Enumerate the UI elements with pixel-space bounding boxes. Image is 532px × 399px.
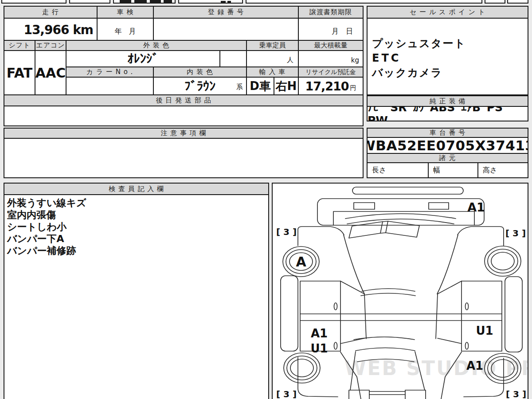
remnant-cell bbox=[178, 0, 243, 4]
car-top-view-schematic: WEB STUDIO PRO bbox=[273, 184, 528, 399]
front-left-fender bbox=[298, 227, 344, 246]
inspector-note-line: 外装うすい線キズ bbox=[7, 197, 266, 209]
exterior-color-header: 外 装 色 bbox=[66, 40, 247, 51]
windshield-left-pane bbox=[349, 222, 383, 238]
watermark-text: WEB STUDIO PRO bbox=[344, 357, 528, 379]
mark-front-bumper: A1 bbox=[467, 200, 485, 214]
left-sill bbox=[281, 276, 298, 351]
inspector-notes-content: 外装うすい線キズ 室内内張傷 シートしわ小 バンパー下A バンパー補修跡 bbox=[4, 194, 269, 399]
cutoff-text-fragment bbox=[150, 0, 161, 4]
left-front-door-handle bbox=[334, 303, 337, 310]
shaken-value: 年 月 bbox=[97, 18, 154, 41]
mileage-value: 13,966 km bbox=[4, 18, 98, 41]
capacity-value: 人 bbox=[246, 50, 299, 67]
mark-tire-front-right: [ 3 ] bbox=[505, 228, 526, 239]
equipment-value: ﾅﾋﾞ SR ｶﾜ ABS ｴｱB PS PW bbox=[367, 106, 528, 121]
later-parts-content bbox=[4, 106, 364, 126]
remnant-cell bbox=[485, 0, 505, 4]
right-sill bbox=[505, 277, 522, 352]
mark-right-quarter-panel: A1 bbox=[466, 359, 483, 372]
height-cell: 高さ bbox=[477, 162, 528, 178]
import-type-value: D車 bbox=[246, 77, 274, 95]
transfer-deadline-value: 月 日 bbox=[298, 18, 364, 41]
registration-value bbox=[153, 18, 299, 41]
cutoff-text-fragment bbox=[227, 1, 231, 3]
mark-right-rear-door: U1 bbox=[476, 324, 493, 337]
exterior-color-extra-cell bbox=[219, 50, 247, 67]
remnant-cell bbox=[1, 0, 66, 4]
recycle-deposit-header: リサイクル預託金 bbox=[298, 66, 364, 78]
color-no-value bbox=[66, 77, 154, 95]
inspector-notes-header: 検 査 員 記 入 欄 bbox=[4, 183, 269, 195]
interior-color-cell: ﾌﾞﾗｳﾝ 系 bbox=[153, 77, 247, 95]
steering-value: 右H bbox=[274, 77, 299, 95]
payload-header: 最大積載量 bbox=[298, 40, 364, 51]
registration-header: 登 録 番 号 bbox=[153, 6, 299, 19]
car-damage-diagram: WEB STUDIO PRO bbox=[272, 183, 528, 399]
front-right-fender bbox=[458, 227, 504, 246]
sales-point-item: バックカメラ bbox=[372, 66, 528, 80]
later-parts-header: 後 日 発 送 部 品 bbox=[4, 94, 364, 106]
caution-content bbox=[4, 138, 364, 178]
right-rear-door-handle bbox=[466, 342, 469, 349]
remnant-cell bbox=[69, 0, 110, 4]
inspector-note-line: 室内内張傷 bbox=[7, 209, 266, 221]
shift-value: FAT bbox=[4, 50, 35, 95]
mark-tire-rear-left: [ 3 ] bbox=[276, 389, 297, 399]
sales-point-item: ETC bbox=[372, 51, 528, 66]
rear-bumper-right bbox=[405, 390, 426, 399]
windshield-right-pane bbox=[386, 221, 419, 237]
front-right-wheel bbox=[485, 246, 521, 276]
recycle-deposit-cell: 17,210 円 bbox=[298, 77, 364, 95]
mark-tire-front-left: [ 3 ] bbox=[276, 227, 297, 237]
capacity-header: 乗車定員 bbox=[246, 40, 299, 51]
mark-front-left-wheel: A bbox=[296, 254, 306, 270]
recycle-deposit-value: 17,210 bbox=[305, 79, 348, 93]
sales-points-header: セ ー ル ス ポ イ ン ト bbox=[367, 6, 528, 19]
shift-header: シフト bbox=[4, 40, 35, 51]
cutoff-text-fragment bbox=[134, 0, 147, 4]
interior-color-value: ﾌﾞﾗｳﾝ bbox=[184, 79, 215, 94]
front-spoiler-strip bbox=[352, 187, 463, 194]
color-no-header: カ ラ ー N o . bbox=[66, 66, 154, 78]
mark-left-rear-door: U1 bbox=[310, 342, 328, 355]
width-cell: 幅 bbox=[428, 162, 478, 178]
length-cell: 長さ bbox=[367, 162, 429, 178]
right-doors bbox=[462, 281, 502, 351]
chassis-number: WBA52EE0705X37413 bbox=[367, 137, 528, 154]
mark-tire-rear-right: [ 3 ] bbox=[506, 389, 526, 399]
equipment-header: 純 正 装 備 bbox=[367, 95, 528, 107]
inspector-note-line: バンパー補修跡 bbox=[7, 245, 266, 257]
remnant-cell bbox=[246, 0, 482, 4]
left-rear-door-handle bbox=[334, 342, 337, 349]
cutoff-text-fragment bbox=[164, 0, 172, 4]
cutoff-text-fragment bbox=[120, 0, 131, 4]
aircon-value: AAC bbox=[35, 50, 66, 95]
front-bumper bbox=[317, 199, 484, 225]
mark-left-front-door: A1 bbox=[311, 327, 328, 340]
right-front-door-handle bbox=[466, 303, 469, 310]
interior-color-suffix: 系 bbox=[236, 83, 243, 91]
auction-sheet: 走 行 車 検 登 録 番 号 譲渡書類期限 13,966 km 年 月 月 日… bbox=[0, 0, 532, 399]
chassis-header: 車 台 番 号 bbox=[367, 128, 528, 138]
sales-point-item: プッシュスタート bbox=[372, 36, 528, 51]
caution-header: 注 意 事 項 欄 bbox=[4, 128, 364, 139]
exterior-color-value: ｵﾚﾝｼﾞ bbox=[66, 50, 220, 67]
remnant-cell bbox=[507, 0, 528, 4]
sales-points-content: プッシュスタート ETC バックカメラ bbox=[367, 18, 528, 95]
rear-bumper-left bbox=[349, 390, 369, 399]
interior-color-header: 内 装 色 bbox=[153, 66, 247, 78]
cutoff-text-fragment bbox=[221, 1, 226, 3]
rear-left-wheel bbox=[284, 353, 320, 383]
shaken-header: 車 検 bbox=[97, 6, 154, 19]
left-doors bbox=[300, 281, 340, 351]
transfer-deadline-header: 譲渡書類期限 bbox=[298, 6, 364, 19]
payload-value: kg bbox=[298, 50, 364, 67]
mileage-header: 走 行 bbox=[4, 6, 98, 19]
inspector-note-line: バンパー下A bbox=[7, 233, 266, 245]
import-header: 輸 入 車 bbox=[246, 66, 299, 78]
recycle-deposit-unit: 円 bbox=[350, 84, 356, 92]
aircon-header: エアコン bbox=[35, 40, 66, 51]
inspector-note-line: シートしわ小 bbox=[7, 221, 266, 233]
dimensions-header: 諸 元 bbox=[367, 153, 528, 163]
